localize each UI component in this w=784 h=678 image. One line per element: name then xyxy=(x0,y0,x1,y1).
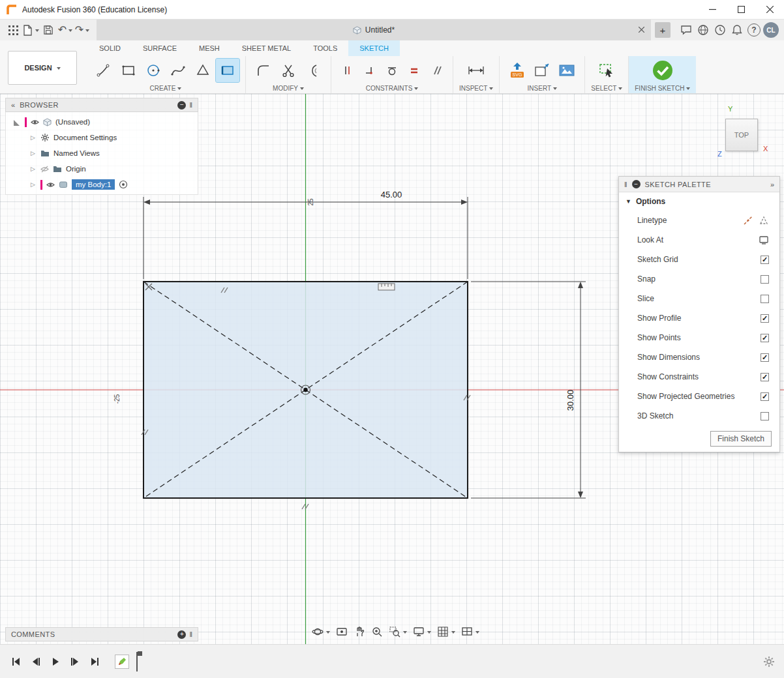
tab-sketch[interactable]: SKETCH xyxy=(348,40,400,56)
browser-item-named-views[interactable]: ▷ Named Views xyxy=(6,145,198,161)
comments-grip-icon[interactable]: ‖ xyxy=(189,630,192,638)
create-polygon-tool[interactable] xyxy=(191,59,215,82)
expand-arrow-icon[interactable]: ▷ xyxy=(31,181,37,188)
comments-panel[interactable]: COMMENTS + ‖ xyxy=(5,627,198,641)
construction-linetype-icon[interactable] xyxy=(759,215,769,226)
show-projected-geometries-checkbox[interactable] xyxy=(761,392,769,401)
look-at-icon[interactable] xyxy=(759,235,769,245)
equal-constraint[interactable] xyxy=(404,60,425,81)
save-button[interactable] xyxy=(40,22,56,38)
expand-arrow-icon[interactable]: ▷ xyxy=(31,166,37,172)
browser-grip-icon[interactable]: ‖ xyxy=(189,101,192,109)
show-points-checkbox[interactable] xyxy=(761,334,769,342)
file-menu-button[interactable] xyxy=(22,22,39,38)
finish-sketch-button[interactable] xyxy=(648,59,677,82)
parallel-constraint[interactable] xyxy=(426,60,447,81)
select-tool[interactable] xyxy=(595,59,618,82)
tab-surface[interactable]: SURFACE xyxy=(132,40,188,56)
maximize-button[interactable] xyxy=(727,0,755,19)
selectable-target-icon[interactable] xyxy=(119,180,128,189)
close-button[interactable] xyxy=(755,0,784,19)
browser-item-root[interactable]: (Unsaved) xyxy=(6,114,198,130)
browser-minimize-icon[interactable]: − xyxy=(177,101,186,110)
orbit-tool[interactable] xyxy=(312,626,330,638)
insert-menu[interactable]: INSERT xyxy=(528,83,558,93)
workspace-design-button[interactable]: DESIGN xyxy=(8,51,77,85)
insert-svg-tool[interactable]: SVG xyxy=(505,59,529,82)
viewports[interactable] xyxy=(461,626,479,638)
timeline-play-button[interactable] xyxy=(48,655,63,669)
create-menu[interactable]: CREATE xyxy=(150,83,182,93)
measure-tool[interactable] xyxy=(464,59,488,82)
notifications-bell-icon[interactable] xyxy=(729,22,745,38)
browser-header[interactable]: « BROWSER − ‖ xyxy=(5,98,198,112)
snap-checkbox[interactable] xyxy=(761,275,769,284)
undo-button[interactable]: ↶ xyxy=(57,22,73,38)
timeline-step-back-button[interactable] xyxy=(29,655,43,669)
create-rectangle-tool[interactable] xyxy=(117,59,140,82)
create-line-tool[interactable] xyxy=(92,59,115,82)
zoom-tool[interactable] xyxy=(371,626,383,638)
comments-expand-icon[interactable]: + xyxy=(177,630,186,639)
visibility-off-icon[interactable] xyxy=(40,165,49,173)
look-at-tool[interactable] xyxy=(336,626,348,638)
display-settings[interactable] xyxy=(413,626,431,638)
pan-tool[interactable] xyxy=(354,626,365,638)
show-dimensions-checkbox[interactable] xyxy=(761,353,769,362)
new-tab-button[interactable]: + xyxy=(655,22,671,38)
inspect-menu[interactable]: INSPECT xyxy=(459,83,493,93)
user-avatar[interactable]: CL xyxy=(763,22,779,38)
visibility-eye-icon[interactable] xyxy=(46,181,55,189)
show-profile-checkbox[interactable] xyxy=(761,314,769,323)
create-circle-tool[interactable] xyxy=(142,59,165,82)
show-constraints-checkbox[interactable] xyxy=(761,373,769,381)
comments-icon[interactable] xyxy=(678,22,694,38)
coincident-constraint[interactable] xyxy=(359,60,380,81)
rectangle-pattern-glyph[interactable] xyxy=(378,284,395,290)
viewcube-top-face[interactable]: TOP xyxy=(725,119,758,151)
viewcube[interactable]: Y TOP X Z xyxy=(715,108,777,168)
timeline-settings-gear-icon[interactable] xyxy=(763,656,775,668)
palette-grip-icon[interactable]: ‖ xyxy=(624,181,627,188)
visibility-eye-icon[interactable] xyxy=(31,118,39,126)
3d-sketch-checkbox[interactable] xyxy=(761,412,769,420)
timeline-go-to-start-button[interactable] xyxy=(9,655,23,669)
create-2point-rectangle-tool[interactable] xyxy=(216,59,239,82)
help-button[interactable]: ? xyxy=(746,22,762,38)
browser-item-origin[interactable]: ▷ Origin xyxy=(6,161,198,177)
sketch-canvas[interactable]: 45.00 30.00 25 -25 « BROWSE xyxy=(0,94,784,644)
browser-item-document-settings[interactable]: ▷ Document Settings xyxy=(6,130,198,145)
expand-arrow-icon[interactable]: ▷ xyxy=(31,134,37,141)
offset-tool[interactable] xyxy=(301,59,325,82)
palette-minimize-icon[interactable]: − xyxy=(632,180,641,188)
palette-finish-sketch-button[interactable]: Finish Sketch xyxy=(710,431,772,447)
insert-canvas-tool[interactable] xyxy=(555,59,579,82)
minimize-button[interactable] xyxy=(698,0,727,19)
timeline-sketch-feature[interactable] xyxy=(115,655,129,669)
fillet-tool[interactable] xyxy=(252,59,275,82)
collapse-right-icon[interactable]: » xyxy=(770,181,774,188)
document-tab[interactable]: Untitled* xyxy=(97,20,651,40)
tab-tools[interactable]: TOOLS xyxy=(302,40,348,56)
app-grid-icon[interactable] xyxy=(5,22,21,38)
constraints-menu[interactable]: CONSTRAINTS xyxy=(366,83,419,93)
browser-item-body[interactable]: ▷ my Body:1 xyxy=(6,177,198,192)
tab-mesh[interactable]: MESH xyxy=(188,40,231,56)
palette-options-section[interactable]: ▼ Options xyxy=(619,192,779,211)
timeline-go-to-end-button[interactable] xyxy=(87,655,102,669)
modify-menu[interactable]: MODIFY xyxy=(273,83,304,93)
create-spline-tool[interactable] xyxy=(166,59,190,82)
timeline-position-marker[interactable] xyxy=(136,652,138,671)
horizontal-vertical-constraint[interactable] xyxy=(337,60,358,81)
tangent-constraint[interactable] xyxy=(382,60,402,81)
palette-header[interactable]: ‖ − SKETCH PALETTE » xyxy=(619,177,779,192)
finish-sketch-menu[interactable]: FINISH SKETCH xyxy=(635,83,690,93)
web-globe-icon[interactable] xyxy=(695,22,711,38)
centerline-linetype-icon[interactable] xyxy=(743,215,753,226)
insert-decal-tool[interactable] xyxy=(530,59,554,82)
select-menu[interactable]: SELECT xyxy=(591,83,622,93)
zoom-window-tool[interactable] xyxy=(389,626,407,638)
redo-button[interactable]: ↷ xyxy=(74,22,90,38)
slice-checkbox[interactable] xyxy=(761,295,769,303)
expand-arrow-icon[interactable]: ▷ xyxy=(31,150,37,156)
